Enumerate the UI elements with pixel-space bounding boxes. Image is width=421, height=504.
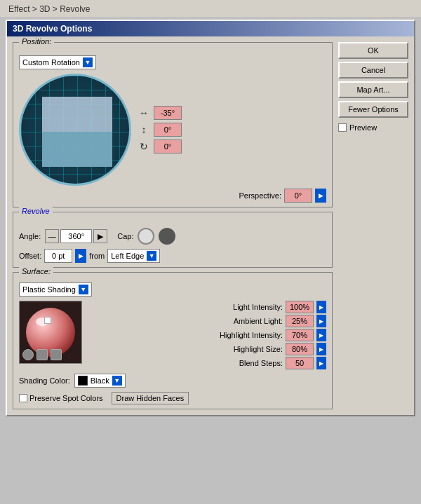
revolve-group: Revolve Angle: — 360° ▶ Cap: Offset: 0 p… [13, 212, 333, 268]
highlight-intensity-value[interactable]: 70% [286, 329, 314, 341]
from-dropdown-arrow[interactable]: ▼ [147, 251, 156, 261]
z-rotation-value[interactable]: 0° [154, 139, 182, 154]
angle-plus-btn[interactable]: ▶ [93, 229, 107, 243]
x-rotation-icon: ↔ [137, 106, 151, 120]
shading-color-row: Shading Color: Black ▼ [19, 374, 326, 388]
sphere-object-bottom [42, 132, 112, 167]
blend-steps-value[interactable]: 50 [286, 357, 314, 369]
map-art-button[interactable]: Map Art... [338, 81, 408, 98]
highlight-size-value[interactable]: 80% [286, 343, 314, 355]
breadcrumb: Effect > 3D > Revolve [8, 4, 91, 14]
x-rotation-row: ↔ -35° [137, 106, 182, 120]
surface-group-label: Surface: [19, 267, 53, 275]
ambient-light-value[interactable]: 25% [286, 315, 314, 327]
preview-label: Preview [349, 123, 377, 132]
preserve-spot-colors-label[interactable]: Preserve Spot Colors [19, 394, 103, 402]
x-rotation-value[interactable]: -35° [154, 106, 182, 120]
preview-checkbox[interactable] [338, 123, 347, 132]
cap-btn-2[interactable] [159, 228, 175, 245]
cap-btn-1[interactable] [138, 228, 154, 245]
preview-check-row: Preview [338, 123, 408, 132]
highlight-size-label: Highlight Size: [88, 345, 283, 353]
offset-row: Offset: 0 pt ▶ from Left Edge ▼ [19, 249, 326, 263]
revolve-row: Angle: — 360° ▶ Cap: [19, 228, 326, 245]
intensity-grid: Light Intensity: 100% ▶ Ambient Light: 2… [88, 301, 326, 369]
surface-dropdown-arrow[interactable]: ▼ [79, 285, 88, 294]
from-dropdown[interactable]: Left Edge ▼ [107, 249, 160, 263]
position-dropdown[interactable]: Custom Rotation ▼ [19, 55, 96, 69]
angle-minus-btn[interactable]: — [45, 229, 59, 243]
surface-dropdown[interactable]: Plastic Shading ▼ [19, 282, 92, 297]
ambient-light-label: Ambient Light: [88, 317, 283, 325]
rotation-controls: ↔ -35° ↕ 0° ↻ 0° [137, 74, 182, 186]
window-title: 3D Revolve Options [13, 24, 92, 34]
blend-steps-label: Blend Steps: [88, 359, 283, 367]
top-bar: Effect > 3D > Revolve [0, 0, 421, 17]
y-rotation-icon: ↕ [137, 123, 151, 137]
fewer-options-button[interactable]: Fewer Options [338, 101, 408, 118]
color-swatch [78, 376, 88, 386]
position-row: Custom Rotation ▼ [19, 55, 326, 69]
left-panel: Position: Custom Rotation ▼ [13, 42, 333, 409]
from-label: from [89, 252, 105, 260]
ambient-light-btn[interactable]: ▶ [316, 315, 326, 327]
offset-btn[interactable]: ▶ [75, 249, 86, 263]
checkboxes-row: Preserve Spot Colors Draw Hidden Faces [19, 392, 326, 404]
title-bar: 3D Revolve Options [7, 21, 414, 36]
ok-button[interactable]: OK [338, 42, 408, 59]
highlight-size-row: Highlight Size: 80% ▶ [88, 343, 326, 355]
sphere-container: ↔ -35° ↕ 0° ↻ 0° [19, 74, 326, 186]
light-intensity-btn[interactable]: ▶ [316, 301, 326, 313]
surface-row: Plastic Shading ▼ [19, 282, 326, 297]
preserve-spot-colors-checkbox[interactable] [19, 394, 27, 402]
preview-controls [22, 349, 62, 360]
revolve-group-label: Revolve [19, 207, 53, 215]
angle-value[interactable]: 360° [60, 229, 92, 243]
angle-control: — 360° ▶ [45, 229, 107, 243]
ambient-light-row: Ambient Light: 25% ▶ [88, 315, 326, 327]
y-rotation-value[interactable]: 0° [154, 123, 182, 137]
light-intensity-value[interactable]: 100% [286, 301, 314, 313]
highlight-intensity-label: Highlight Intensity: [88, 331, 283, 339]
position-group-label: Position: [19, 37, 54, 46]
highlight-size-btn[interactable]: ▶ [316, 343, 326, 355]
3d-sphere [19, 74, 131, 186]
cancel-button[interactable]: Cancel [338, 62, 408, 79]
highlight-intensity-row: Highlight Intensity: 70% ▶ [88, 329, 326, 341]
preview-ctrl-1[interactable] [22, 349, 34, 360]
z-rotation-row: ↻ 0° [137, 139, 182, 154]
position-group: Position: Custom Rotation ▼ [13, 42, 333, 207]
light-intensity-row: Light Intensity: 100% ▶ [88, 301, 326, 313]
shading-color-dropdown[interactable]: Black ▼ [74, 374, 126, 388]
cap-label: Cap: [117, 232, 133, 240]
surface-group: Surface: Plastic Shading ▼ [13, 272, 333, 409]
shading-color-dropdown-arrow[interactable]: ▼ [112, 376, 122, 386]
blend-steps-row: Blend Steps: 50 ▶ [88, 357, 326, 369]
highlight-intensity-btn[interactable]: ▶ [316, 329, 326, 341]
right-panel: OK Cancel Map Art... Fewer Options Previ… [338, 42, 408, 409]
preview-ctrl-3[interactable] [51, 349, 62, 360]
perspective-btn[interactable]: ▶ [315, 189, 326, 203]
dialog-window: 3D Revolve Options Position: Custom Rota… [6, 20, 415, 416]
perspective-row: Perspective: 0° ▶ [19, 189, 326, 203]
offset-value[interactable]: 0 pt [44, 249, 72, 263]
light-point[interactable] [44, 317, 51, 324]
z-rotation-icon: ↻ [137, 139, 151, 154]
y-rotation-row: ↕ 0° [137, 123, 182, 137]
light-intensity-label: Light Intensity: [88, 303, 283, 311]
draw-hidden-faces-btn[interactable]: Draw Hidden Faces [112, 392, 189, 404]
shading-color-label: Shading Color: [19, 376, 70, 385]
surface-content: Light Intensity: 100% ▶ Ambient Light: 2… [19, 301, 326, 369]
perspective-label: Perspective: [239, 191, 281, 200]
dialog-body: Position: Custom Rotation ▼ [7, 36, 414, 415]
angle-label: Angle: [19, 232, 41, 240]
surface-preview [19, 301, 82, 364]
perspective-value[interactable]: 0° [284, 189, 312, 203]
preview-ctrl-2[interactable] [36, 349, 48, 360]
position-dropdown-arrow[interactable]: ▼ [83, 57, 93, 67]
offset-label: Offset: [19, 252, 41, 260]
blend-steps-btn[interactable]: ▶ [316, 357, 326, 369]
